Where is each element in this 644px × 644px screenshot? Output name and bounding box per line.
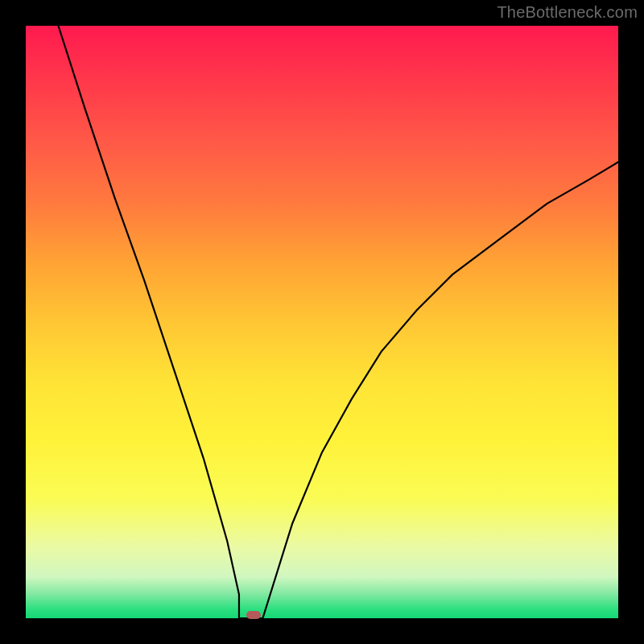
bottleneck-curve (26, 26, 618, 618)
optimum-marker (246, 611, 261, 619)
plot-area (26, 26, 618, 618)
chart-frame: TheBottleneck.com (0, 0, 644, 644)
watermark-text: TheBottleneck.com (497, 3, 638, 22)
curve-path (58, 26, 618, 618)
